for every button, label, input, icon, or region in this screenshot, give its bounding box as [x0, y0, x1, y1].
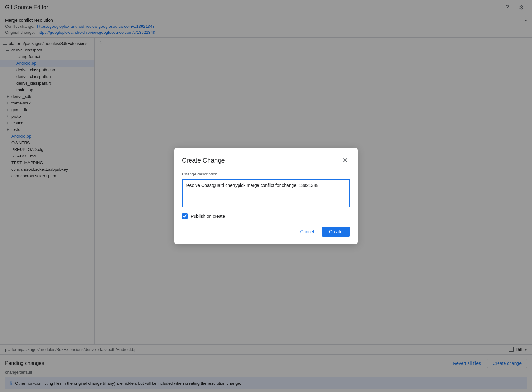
modal-overlay[interactable]: Create Change ✕ Change description Publi… — [0, 0, 532, 392]
publish-on-create-label[interactable]: Publish on create — [191, 214, 225, 219]
modal-checkbox-row: Publish on create — [182, 213, 350, 219]
modal-actions: Cancel Create — [182, 227, 350, 237]
modal-description-label: Change description — [182, 172, 350, 176]
close-icon: ✕ — [342, 157, 348, 164]
modal-header: Create Change ✕ — [182, 155, 350, 165]
modal-title: Create Change — [182, 157, 225, 164]
modal-create-button[interactable]: Create — [322, 227, 350, 237]
modal-cancel-button[interactable]: Cancel — [295, 227, 319, 237]
create-change-modal: Create Change ✕ Change description Publi… — [174, 148, 358, 244]
change-description-textarea[interactable] — [182, 179, 350, 207]
modal-close-button[interactable]: ✕ — [340, 155, 350, 165]
publish-on-create-checkbox[interactable] — [182, 213, 188, 219]
